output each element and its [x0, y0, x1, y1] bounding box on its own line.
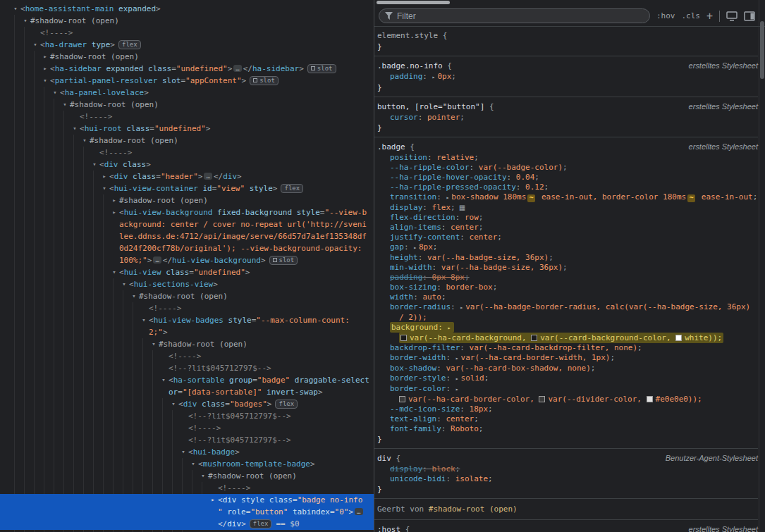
expand-inline-button[interactable]: …: [233, 65, 241, 72]
filter-input[interactable]: [397, 11, 644, 21]
dom-node[interactable]: ▾#shadow-root (open): [0, 290, 374, 302]
dom-node[interactable]: ▸<hui-view-background fixed-background s…: [0, 206, 374, 266]
css-declaration[interactable]: height: var(--ha-badge-size, 36px);: [377, 253, 758, 263]
css-declaration[interactable]: display: flex;▦: [377, 203, 758, 213]
css-declaration[interactable]: font-family: Roboto;: [377, 424, 758, 434]
flex-badge[interactable]: flex: [118, 40, 141, 49]
expand-value-arrow[interactable]: ▸: [455, 376, 459, 382]
css-declaration[interactable]: backdrop-filter: var(--ha-card-backdrop-…: [377, 343, 758, 353]
dom-node[interactable]: ▾<ha-sortable group="badge" draggable-se…: [0, 374, 374, 398]
css-declaration[interactable]: --ha-ripple-pressed-opacity: 0.12;: [377, 183, 758, 192]
collapse-arrow-icon[interactable]: ▾: [71, 123, 79, 135]
dom-node[interactable]: ▾<partial-panel-resolver slot="appConten…: [0, 75, 374, 87]
css-declaration[interactable]: gap: ▸8px;: [377, 242, 758, 253]
stylesheet-origin-link[interactable]: Benutzer-Agent-Stylesheet: [660, 452, 758, 464]
dom-node[interactable]: ▾<home-assistant-main expanded>: [0, 3, 374, 15]
css-declaration[interactable]: border-color: ▸: [377, 384, 758, 395]
dom-node-selected[interactable]: ▸<div style class="badge no-info " role=…: [0, 494, 374, 530]
collapse-arrow-icon[interactable]: ▾: [11, 3, 20, 15]
bezier-curve-icon[interactable]: ~: [687, 194, 695, 202]
color-swatch[interactable]: [399, 396, 405, 402]
horizontal-scrollbar-thumb[interactable]: [377, 1, 450, 4]
dom-node[interactable]: ▾<hui-view class="undefined">: [0, 266, 374, 278]
dom-node[interactable]: <!--?lit$045712797$-->: [0, 410, 374, 422]
css-declaration[interactable]: position: relative;: [377, 153, 758, 163]
expand-value-arrow[interactable]: ▸: [446, 194, 449, 201]
collapse-arrow-icon[interactable]: ▾: [120, 278, 128, 290]
collapse-arrow-icon[interactable]: ▾: [140, 314, 148, 326]
collapse-arrow-icon[interactable]: ▾: [199, 470, 207, 482]
collapse-arrow-icon[interactable]: ▾: [179, 446, 188, 458]
expand-arrow-icon[interactable]: ▸: [110, 206, 118, 218]
dom-node[interactable]: ▾#shadow-root (open): [0, 99, 374, 111]
stylesheet-origin-link[interactable]: erstelltes Stylesheet: [683, 141, 758, 152]
expand-arrow-icon[interactable]: ▸: [41, 63, 49, 75]
css-declaration[interactable]: align-items: center;: [377, 223, 758, 233]
expand-value-arrow[interactable]: ▸: [455, 355, 459, 361]
slot-badge[interactable]: slot: [250, 76, 279, 85]
dom-node[interactable]: ▾<hui-view-container id="view" style>fle…: [0, 183, 374, 194]
dom-node[interactable]: ▾<div class>: [0, 159, 374, 171]
dom-node[interactable]: <!---->: [0, 350, 374, 362]
collapse-arrow-icon[interactable]: ▾: [130, 290, 138, 302]
css-declaration[interactable]: padding: 0px 8px;: [377, 273, 758, 283]
collapse-arrow-icon[interactable]: ▾: [51, 87, 59, 99]
flex-badge[interactable]: flex: [275, 400, 298, 409]
dom-node[interactable]: <!---->: [0, 422, 374, 434]
element-classes-button[interactable]: .cls: [681, 11, 700, 20]
shadow-root-link[interactable]: #shadow-root (open): [429, 505, 518, 514]
collapse-arrow-icon[interactable]: ▾: [21, 15, 30, 27]
css-declaration[interactable]: --ha-ripple-color: var(--badge-color);: [377, 163, 758, 173]
collapse-arrow-icon[interactable]: ▾: [31, 39, 39, 51]
css-declaration[interactable]: padding: ▸0px;: [377, 72, 758, 82]
dom-node[interactable]: ▾#shadow-root (open): [0, 135, 374, 147]
dom-node[interactable]: <!---->: [0, 302, 374, 314]
css-declaration[interactable]: min-width: var(--ha-badge-size, 36px);: [377, 263, 758, 273]
dom-node[interactable]: ▾<mushroom-template-badge>: [0, 458, 374, 470]
expand-inline-button[interactable]: …: [355, 508, 362, 515]
expand-inline-button[interactable]: …: [153, 256, 161, 264]
collapse-arrow-icon[interactable]: ▾: [41, 75, 49, 87]
collapse-arrow-icon[interactable]: ▾: [100, 183, 109, 194]
slot-badge[interactable]: slot: [269, 256, 298, 265]
dom-node[interactable]: ▾<ha-drawer type>flex: [0, 39, 374, 51]
css-declaration[interactable]: background: ▸: [377, 323, 758, 333]
rule-selector[interactable]: div {: [377, 453, 400, 464]
css-declaration[interactable]: var(--ha-card-background, var(--card-bac…: [377, 333, 758, 343]
css-declaration[interactable]: justify-content: center;: [377, 233, 758, 242]
css-declaration[interactable]: unicode-bidi: isolate;: [377, 474, 758, 484]
expand-value-arrow[interactable]: ▸: [432, 74, 436, 80]
stylesheet-origin-link[interactable]: erstelltes Stylesheet: [683, 60, 758, 71]
bezier-curve-icon[interactable]: ~: [527, 194, 535, 202]
color-swatch[interactable]: [539, 396, 545, 402]
dom-node[interactable]: ▾<hui-badge>: [0, 446, 374, 458]
dom-node[interactable]: ▸<div class="header">…</div>: [0, 171, 374, 183]
collapse-arrow-icon[interactable]: ▾: [61, 99, 69, 111]
dom-node[interactable]: <!--?lit$045712797$-->: [0, 362, 374, 374]
css-declaration[interactable]: --mdc-icon-size: 18px;: [377, 404, 758, 414]
collapse-arrow-icon[interactable]: ▾: [149, 338, 158, 350]
css-declaration[interactable]: border-width: ▸var(--ha-card-border-widt…: [377, 353, 758, 364]
dom-node[interactable]: <!---->: [0, 147, 374, 159]
dom-node[interactable]: ▾<ha-panel-lovelace>: [0, 87, 374, 99]
expand-arrow-icon[interactable]: ▸: [41, 51, 49, 63]
rule-selector[interactable]: .badge {: [377, 142, 415, 153]
css-declaration[interactable]: border-style: ▸solid;: [377, 373, 758, 384]
dom-node[interactable]: ▾#shadow-root (open): [0, 470, 374, 482]
dom-node[interactable]: ▸#shadow-root (open): [0, 194, 374, 206]
expand-value-arrow[interactable]: ▸: [413, 245, 417, 251]
css-declaration[interactable]: flex-direction: row;: [377, 213, 758, 223]
dom-node[interactable]: ▾<div class="badges">flex: [0, 398, 374, 410]
collapse-arrow-icon[interactable]: ▾: [169, 398, 178, 410]
css-declaration[interactable]: cursor: pointer;: [377, 113, 758, 123]
collapse-arrow-icon[interactable]: ▾: [80, 135, 89, 147]
css-declaration[interactable]: border-radius: ▸var(--ha-badge-border-ra…: [377, 302, 758, 313]
expand-arrow-icon[interactable]: ▸: [209, 494, 217, 506]
dom-node[interactable]: <!---->: [0, 482, 374, 494]
rule-selector[interactable]: button, [role="button"] {: [377, 101, 494, 113]
expand-arrow-icon[interactable]: ▸: [110, 194, 118, 206]
filter-box[interactable]: [379, 8, 650, 23]
vertical-scrollbar[interactable]: [759, 0, 765, 532]
dom-node[interactable]: ▾<hui-sections-view>: [0, 278, 374, 290]
dock-panel-icon[interactable]: [744, 11, 755, 21]
